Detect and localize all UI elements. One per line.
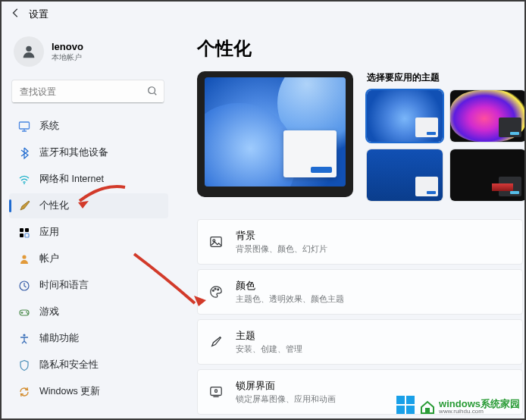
svg-rect-6 xyxy=(20,234,23,237)
sidebar-item-apps[interactable]: 应用 xyxy=(9,220,168,245)
brush-icon xyxy=(208,335,224,349)
setting-sub: 安装、创建、管理 xyxy=(236,344,302,355)
svg-point-18 xyxy=(218,289,219,290)
main-content: 个性化 选择要应用的主题 背景 背景图像、颜色、幻灯片 xyxy=(174,29,526,420)
setting-sub: 主题色、透明效果、颜色主题 xyxy=(236,294,344,305)
sidebar-item-windows-update[interactable]: Windows 更新 xyxy=(9,379,168,404)
sidebar-item-label: 蓝牙和其他设备 xyxy=(39,146,108,159)
svg-rect-5 xyxy=(25,228,29,232)
svg-point-11 xyxy=(26,311,27,312)
setting-row-lockscreen[interactable]: 锁屏界面 锁定屏幕图像、应用和动画 xyxy=(197,369,523,415)
avatar xyxy=(14,36,44,67)
palette-icon xyxy=(208,285,224,299)
sidebar-item-personalization[interactable]: 个性化 xyxy=(9,193,168,218)
user-name: lenovo xyxy=(52,41,83,52)
setting-row-themes[interactable]: 主题 安装、创建、管理 xyxy=(197,319,523,365)
lockscreen-icon xyxy=(208,385,224,399)
sidebar-item-accounts[interactable]: 帐户 xyxy=(9,246,168,271)
setting-row-colors[interactable]: 颜色 主题色、透明效果、颜色主题 xyxy=(197,269,523,315)
svg-point-12 xyxy=(27,312,29,314)
svg-point-1 xyxy=(149,87,155,94)
paintbrush-icon xyxy=(18,200,30,212)
theme-thumb-blue[interactable] xyxy=(367,149,443,201)
apps-icon xyxy=(18,227,30,239)
svg-point-17 xyxy=(214,288,216,290)
sidebar-item-label: 游戏 xyxy=(39,306,59,318)
svg-point-8 xyxy=(22,255,26,259)
setting-sub: 背景图像、颜色、幻灯片 xyxy=(236,244,327,255)
back-icon[interactable] xyxy=(11,8,21,21)
sidebar-item-system[interactable]: 系统 xyxy=(9,114,168,139)
sidebar-item-label: Windows 更新 xyxy=(39,385,100,398)
bluetooth-icon xyxy=(18,147,30,159)
sidebar-item-gaming[interactable]: 游戏 xyxy=(9,299,168,324)
sidebar-item-label: 系统 xyxy=(39,120,59,133)
app-title: 设置 xyxy=(29,8,49,21)
svg-point-0 xyxy=(26,46,31,52)
sidebar-item-network[interactable]: 网络和 Internet xyxy=(9,167,168,192)
gaming-icon xyxy=(18,306,30,318)
svg-rect-14 xyxy=(211,237,221,247)
sidebar-item-label: 辅助功能 xyxy=(39,332,79,345)
sidebar-item-label: 隐私和安全性 xyxy=(39,359,99,371)
setting-sub: 锁定屏幕图像、应用和动画 xyxy=(236,394,336,405)
sidebar-item-bluetooth[interactable]: 蓝牙和其他设备 xyxy=(9,140,168,165)
sidebar-item-time-lang[interactable]: 时间和语言 xyxy=(9,273,168,298)
sidebar-item-label: 帐户 xyxy=(39,252,59,265)
sidebar: lenovo 本地帐户 系统 蓝牙和其他设备 网络和 xyxy=(0,29,174,420)
setting-title: 颜色 xyxy=(236,279,344,293)
sidebar-item-label: 网络和 Internet xyxy=(39,173,104,186)
search-input[interactable] xyxy=(12,80,164,103)
shield-icon xyxy=(18,359,30,371)
svg-rect-4 xyxy=(20,228,23,232)
theme-thumb-light-blue[interactable] xyxy=(367,90,443,142)
svg-point-13 xyxy=(23,334,25,336)
svg-rect-20 xyxy=(215,390,218,393)
svg-rect-2 xyxy=(20,122,30,129)
image-icon xyxy=(208,235,224,249)
setting-title: 锁屏界面 xyxy=(236,379,336,393)
accessibility-icon xyxy=(18,333,30,345)
svg-point-3 xyxy=(23,183,25,184)
svg-rect-7 xyxy=(25,234,29,237)
svg-rect-19 xyxy=(211,387,221,396)
svg-point-15 xyxy=(213,240,215,242)
setting-title: 背景 xyxy=(236,229,327,243)
setting-row-background[interactable]: 背景 背景图像、颜色、幻灯片 xyxy=(197,219,523,265)
desktop-preview xyxy=(197,71,353,197)
theme-thumb-dark-flower[interactable] xyxy=(450,90,526,142)
page-title: 个性化 xyxy=(197,36,526,61)
sidebar-item-label: 时间和语言 xyxy=(39,279,89,292)
monitor-icon xyxy=(18,121,30,133)
user-block[interactable]: lenovo 本地帐户 xyxy=(9,32,168,77)
person-icon xyxy=(18,253,30,265)
theme-thumb-dark[interactable] xyxy=(450,149,526,201)
sidebar-item-accessibility[interactable]: 辅助功能 xyxy=(9,326,168,351)
wifi-icon xyxy=(18,174,30,186)
sidebar-item-privacy[interactable]: 隐私和安全性 xyxy=(9,353,168,378)
clock-globe-icon xyxy=(18,280,30,292)
sidebar-item-label: 应用 xyxy=(39,226,59,239)
setting-title: 主题 xyxy=(236,329,302,343)
user-subtitle: 本地帐户 xyxy=(52,52,83,63)
update-icon xyxy=(18,386,30,398)
svg-point-16 xyxy=(213,290,214,291)
sidebar-item-label: 个性化 xyxy=(39,199,69,212)
theme-picker-label: 选择要应用的主题 xyxy=(367,71,526,84)
search-icon xyxy=(147,86,158,99)
